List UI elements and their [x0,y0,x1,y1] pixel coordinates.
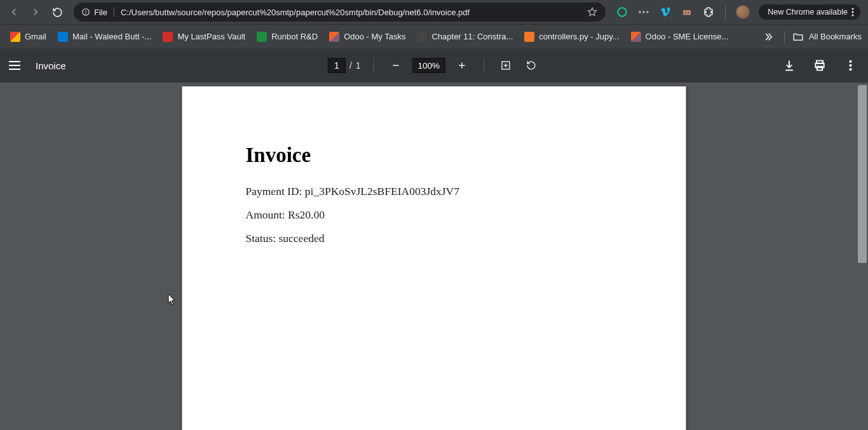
bookmark-favicon [524,32,534,42]
extension-lastpass-icon[interactable] [637,6,650,18]
menu-icon[interactable] [9,58,23,72]
bookmark-item[interactable]: Odoo - SME License... [627,29,733,44]
vertical-scrollbar[interactable] [858,85,867,263]
bookmark-label: My LastPass Vault [177,32,245,41]
reload-button[interactable] [48,3,66,21]
svg-point-8 [688,12,689,13]
pdf-toolbar: Invoice 1 / 1 100% [0,48,868,83]
extension-generic-icon[interactable] [681,6,693,18]
bookmark-favicon [163,32,173,42]
extension-vimeo-icon[interactable] [659,6,672,18]
svg-point-1 [86,13,86,14]
svg-point-7 [685,12,686,13]
document-heading: Invoice [246,144,623,167]
bookmark-favicon [257,32,267,42]
bookmark-favicon [10,32,20,42]
bookmark-item[interactable]: Runbot R&D [253,29,322,44]
svg-point-9 [851,8,853,10]
page-total: 1 [356,60,361,71]
bookmark-item[interactable]: My LastPass Vault [159,29,249,44]
extensions-menu-icon[interactable] [702,6,715,18]
bookmark-item[interactable]: Mail - Waleed Butt -... [54,29,156,44]
bookmark-item[interactable]: Gmail [6,29,50,44]
browser-nav-bar: File C:/Users/buttw/source/repos/papercu… [0,0,868,24]
pdf-title: Invoice [36,60,66,71]
new-chrome-label: New Chrome available [768,8,848,17]
svg-point-11 [851,14,853,16]
document-line: Status: succeeded [246,232,623,245]
bookmarks-overflow-button[interactable] [760,29,776,45]
extensions-row: New Chrome available [613,4,863,20]
svg-point-2 [618,8,627,17]
bookmark-label: Chapter 11: Constra... [431,32,513,41]
bookmark-label: controllers.py - Jupy... [539,32,619,41]
all-bookmarks-button[interactable]: All Bookmarks [792,31,862,43]
print-button[interactable] [811,57,829,74]
url-scheme-chip: File [81,8,107,17]
bookmark-label: Mail - Waleed Butt -... [72,32,152,41]
pdf-viewport[interactable]: Invoice Payment ID: pi_3PKoSvJL2sBFEIA00… [0,83,868,430]
bookmark-favicon [631,32,641,42]
bookmark-item[interactable]: Odoo - My Tasks [325,29,409,44]
back-button[interactable] [5,3,23,21]
divider [784,30,785,43]
bookmark-favicon [58,32,68,42]
more-actions-button[interactable] [841,57,859,74]
document-line: Payment ID: pi_3PKoSvJL2sBFEIA003JdxJV7 [246,185,623,198]
svg-point-10 [851,11,853,13]
address-bar[interactable]: File C:/Users/buttw/source/repos/papercu… [74,3,606,22]
zoom-out-button[interactable] [387,57,405,74]
extension-grammarly-icon[interactable] [616,6,628,18]
svg-point-17 [849,64,851,67]
svg-point-5 [647,11,649,13]
rotate-button[interactable] [522,57,540,74]
page-indicator: 1 / 1 [328,58,361,73]
bookmark-star-icon[interactable] [587,6,598,18]
svg-point-16 [849,60,851,63]
zoom-in-button[interactable] [453,57,471,74]
svg-point-3 [639,11,641,13]
svg-rect-15 [817,67,822,71]
download-button[interactable] [780,57,798,74]
document-line: Amount: Rs20.00 [246,208,623,222]
zoom-level[interactable]: 100% [412,58,446,73]
bookmark-label: Odoo - My Tasks [344,32,405,41]
page-number-input[interactable]: 1 [328,58,346,73]
svg-point-4 [643,11,645,13]
page-separator: / [349,60,352,71]
bookmark-favicon [329,32,339,42]
new-chrome-button[interactable]: New Chrome available [759,4,860,20]
bookmark-label: Runbot R&D [271,32,318,41]
bookmark-label: Odoo - SME License... [646,32,729,41]
forward-button[interactable] [27,3,44,21]
pdf-page: Invoice Payment ID: pi_3PKoSvJL2sBFEIA00… [182,86,686,430]
svg-point-18 [849,68,851,71]
bookmarks-bar: GmailMail - Waleed Butt -...My LastPass … [0,24,868,48]
profile-avatar[interactable] [736,5,750,19]
fit-page-button[interactable] [497,57,515,74]
bookmark-favicon [417,32,427,42]
all-bookmarks-label: All Bookmarks [809,32,862,41]
url-scheme-label: File [94,8,107,17]
bookmark-label: Gmail [25,32,46,41]
bookmark-item[interactable]: controllers.py - Jupy... [520,29,623,44]
svg-rect-6 [683,10,691,15]
bookmark-item[interactable]: Chapter 11: Constra... [413,29,517,44]
url-text: C:/Users/buttw/source/repos/papercut%20s… [121,8,470,17]
